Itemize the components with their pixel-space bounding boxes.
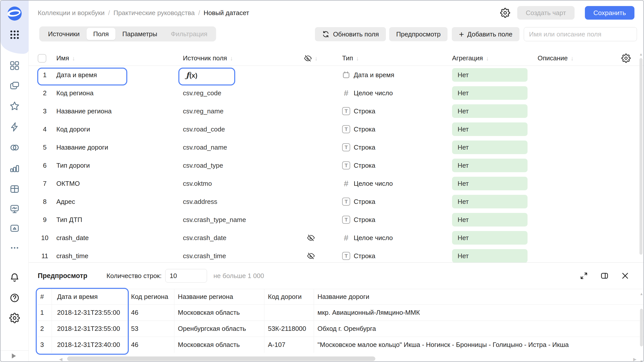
row-number: 1 [39,71,50,79]
preview-vertical-scrollbar[interactable]: ▲ ▼ [639,292,643,362]
aggregation-select[interactable]: Нет [452,68,528,82]
field-type: TСтрока [325,107,448,115]
field-name: Тип ДТП [53,216,180,224]
split-view-icon[interactable] [599,271,610,281]
lightning-icon[interactable] [9,121,20,132]
field-type: TСтрока [325,198,448,206]
sort-arrow-icon[interactable]: ↓ [571,55,574,62]
add-field-button[interactable]: + Добавить поле [452,27,519,41]
sort-arrow-icon[interactable]: ↓ [230,55,233,62]
field-row[interactable]: 11crash_timecsv.crash_timeTСтрокаНет [29,247,644,262]
scrollbar-thumb[interactable] [67,356,375,361]
field-row[interactable]: 6Тип дорогиcsv.road_typeTСтрокаНет [29,156,644,174]
preview-cell: Московская область [174,337,264,353]
field-name: Название дороги [53,144,180,151]
sidebar-divider [1,350,29,351]
field-row[interactable]: 10crash_datecsv.crash_date#Целое числоНе… [29,229,644,247]
monitor-pulse-icon[interactable] [9,203,20,214]
row-number: 8 [39,198,50,206]
scroll-up-icon[interactable]: ▲ [639,52,643,56]
preview-horizontal-scrollbar[interactable]: ◀ ▶ [29,356,644,361]
field-source-text: csv.crash_date [183,234,226,242]
field-search-input[interactable] [524,27,637,41]
aggregation-select[interactable]: Нет [452,104,528,118]
field-row[interactable]: 7ОКТМОcsv.oktmo#Целое числоНет [29,174,644,193]
create-chart-button[interactable]: Создать чарт [517,6,575,20]
select-all-checkbox[interactable] [38,54,46,63]
hash-icon: # [342,179,350,188]
field-type-label: Строка [354,198,375,206]
scroll-left-icon[interactable]: ◀ [59,357,62,362]
breadcrumb-item[interactable]: Коллекции и воркбуки [38,9,105,17]
grid-squares-icon[interactable] [9,60,20,71]
preview-column-header: Дата и время [52,289,128,304]
scroll-up-icon[interactable]: ▲ [640,292,643,296]
field-row[interactable]: 5Название дорогиcsv.road_nameTСтрокаНет [29,138,644,156]
sort-arrow-icon[interactable]: ↓ [356,55,359,62]
field-row[interactable]: 2Код регионаcsv.reg_code#Целое числоНет [29,84,644,102]
field-source-text: csv.address [183,198,217,206]
field-row[interactable]: 3Название регионаcsv.reg_nameTСтрокаНет [29,102,644,120]
tab-sources[interactable]: Источники [41,28,87,40]
sort-arrow-icon[interactable]: ↓ [486,55,489,62]
breadcrumb-item[interactable]: Практические руководства [113,9,195,17]
folder-cloud-icon[interactable] [9,223,20,234]
play-icon[interactable] [10,352,17,359]
scroll-right-icon[interactable]: ▶ [633,357,636,362]
field-source-text: csv.reg_code [183,89,221,97]
preview-row: 32018-12-31T23:40:0046Московская область… [38,337,644,353]
sort-arrow-icon[interactable]: ↓ [72,55,75,62]
field-hidden-eye-off-icon[interactable] [297,252,325,260]
field-row[interactable]: 9Тип ДТПcsv.crash_type_nameTСтрокаНет [29,211,644,229]
star-icon[interactable] [9,101,20,112]
aggregation-select[interactable]: Нет [452,231,528,245]
aggregation-select[interactable]: Нет [452,249,528,262]
scrollbar-thumb[interactable] [639,58,642,255]
tab-parameters[interactable]: Параметры [115,28,164,40]
hidden-column-eye-off-icon[interactable] [304,55,312,62]
preview-toggle-button[interactable]: Предпросмотр [389,27,448,41]
circles-icon[interactable] [9,142,20,153]
save-button[interactable]: Сохранить [585,6,634,20]
field-type-label: Целое число [354,234,393,242]
row-count-input[interactable] [165,269,207,283]
refresh-fields-button[interactable]: Обновить поля [315,27,386,41]
field-row[interactable]: 1Дата и времяƒ(x)Дата и времяНет [29,66,644,84]
expand-icon[interactable] [579,271,589,281]
preview-title: Предпросмотр [38,272,87,280]
datalens-logo-icon[interactable] [8,7,22,21]
help-icon[interactable] [9,292,20,303]
string-icon: T [342,161,350,169]
aggregation-select[interactable]: Нет [452,122,528,136]
field-row[interactable]: 8Адресcsv.addressTСтрокаНет [29,193,644,211]
table-icon[interactable] [9,184,20,195]
settings-icon[interactable] [9,312,20,324]
ellipsis-icon[interactable] [9,242,20,253]
aggregation-select[interactable]: Нет [452,159,528,172]
field-name: ОКТМО [53,180,180,188]
field-name: crash_date [53,234,180,242]
dataset-settings-gear-icon[interactable] [500,7,511,18]
aggregation-select[interactable]: Нет [452,213,528,227]
bell-icon[interactable] [9,272,20,283]
scrollbar-thumb[interactable] [640,309,643,346]
apps-grid-icon[interactable] [8,28,21,41]
field-name: Название региона [53,107,180,115]
field-hidden-eye-off-icon[interactable] [297,234,325,242]
close-icon[interactable] [620,271,630,281]
aggregation-select[interactable]: Нет [452,141,528,154]
field-name: Тип дороги [53,162,180,169]
tab-fields[interactable]: Поля [87,28,116,40]
aggregation-select[interactable]: Нет [452,86,528,100]
field-source: csv.reg_name [180,107,297,115]
folders-icon[interactable] [9,80,20,92]
field-name: crash_time [53,252,180,260]
field-source-text: csv.reg_name [183,107,223,115]
field-row[interactable]: 4Код дорогиcsv.road_codeTСтрокаНет [29,120,644,138]
field-type-label: Целое число [354,180,393,188]
aggregation-select[interactable]: Нет [452,177,528,190]
aggregation-select[interactable]: Нет [452,195,528,208]
bar-chart-icon[interactable] [9,163,20,174]
sort-arrow-icon[interactable]: ↓ [315,55,318,62]
fields-scrollbar[interactable]: ▲ [639,52,643,261]
